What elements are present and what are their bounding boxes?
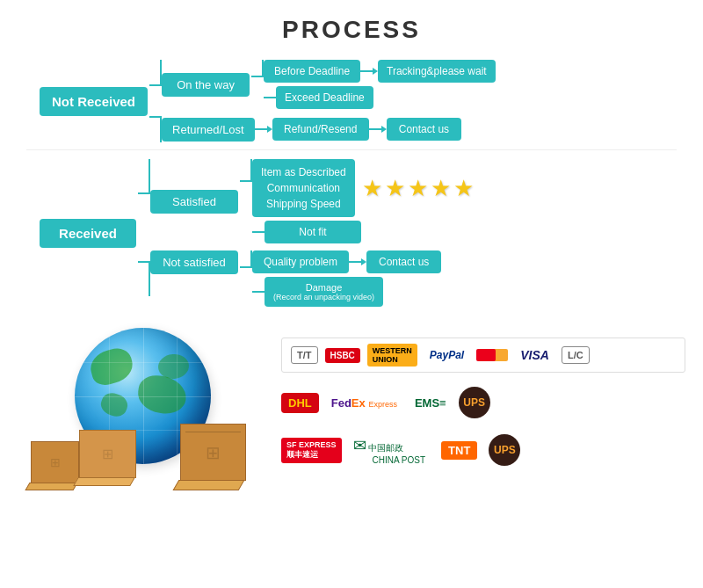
exceed-deadline-box: Exceed Deadline bbox=[276, 86, 373, 109]
returned-lost-box: Returned/Lost bbox=[162, 118, 255, 142]
tracking-wait-box: Tracking&please wait bbox=[378, 60, 496, 83]
damage-box: Damage(Record an unpacking video) bbox=[265, 277, 383, 307]
western-union-logo: WESTERNUNION bbox=[367, 344, 417, 367]
tnt-logo: TNT bbox=[441, 441, 477, 460]
lc-logo: L/C bbox=[562, 346, 590, 364]
tt-logo: T/T bbox=[291, 346, 318, 364]
fedex-logo: FedEx Express bbox=[326, 394, 402, 412]
star-5: ★ bbox=[453, 175, 474, 202]
payment-row-3: SF EXPRESS顺丰速运 ✉ 中国邮政CHINA POST TNT UPS bbox=[281, 432, 685, 468]
visa-logo: VISA bbox=[515, 345, 554, 365]
on-the-way-box: On the way bbox=[162, 73, 250, 97]
not-received-box: Not Received bbox=[40, 87, 148, 116]
chinapost-logo: ✉ 中国邮政CHINA POST bbox=[353, 436, 426, 465]
star-3: ★ bbox=[408, 175, 428, 202]
page-title: PROCESS bbox=[0, 0, 703, 53]
star-4: ★ bbox=[431, 175, 451, 202]
received-section: Received Satisfied bbox=[40, 159, 677, 307]
star-2: ★ bbox=[385, 175, 405, 202]
quality-problem-box: Quality problem bbox=[252, 250, 349, 273]
dhl-logo: DHL bbox=[281, 393, 319, 413]
hsbc-logo: HSBC bbox=[325, 348, 360, 363]
payments-section: T/T HSBC WESTERNUNION PayPal VISA L/C DH… bbox=[264, 315, 685, 490]
payment-row-2: DHL FedEx Express EMS≡ UPS bbox=[281, 383, 685, 422]
ems-logo: EMS≡ bbox=[409, 394, 452, 412]
payment-row-1: T/T HSBC WESTERNUNION PayPal VISA L/C bbox=[281, 338, 685, 373]
received-box: Received bbox=[40, 219, 136, 248]
refund-resend-box: Refund/Resend bbox=[272, 118, 369, 141]
sf-logo: SF EXPRESS顺丰速运 bbox=[281, 438, 342, 463]
satisfied-box: Satisfied bbox=[150, 190, 238, 214]
contact-us-box2: Contact us bbox=[366, 250, 441, 273]
not-received-section: Not Received On the way bbox=[40, 60, 677, 142]
not-satisfied-box: Not satisfied bbox=[150, 250, 238, 274]
star-1: ★ bbox=[362, 175, 382, 202]
globe-decoration: ⊞ ⊞ ⊞ bbox=[18, 315, 264, 490]
not-fit-box: Not fit bbox=[265, 221, 361, 243]
ups-logo: UPS bbox=[459, 387, 490, 418]
ups-logo2: UPS bbox=[489, 434, 520, 466]
item-described-box: Item as DescribedCommunicationShipping S… bbox=[252, 159, 355, 217]
before-deadline-box: Before Deadline bbox=[264, 60, 360, 83]
paypal-logo: PayPal bbox=[424, 346, 469, 364]
contact-us-box1: Contact us bbox=[387, 118, 461, 141]
